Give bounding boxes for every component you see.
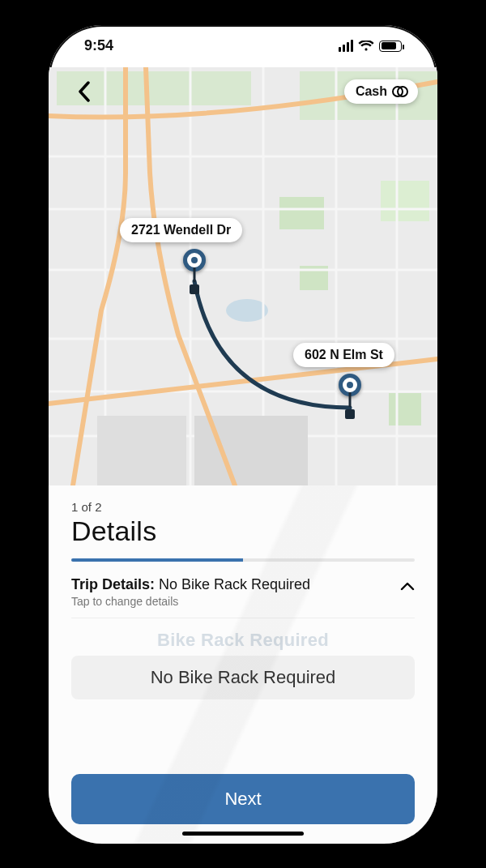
payment-method-pill[interactable]: Cash: [344, 79, 418, 104]
coins-icon: [392, 85, 408, 98]
picker-option-ghost[interactable]: Bike Rack Required: [71, 630, 415, 651]
map-tiles: [49, 67, 437, 485]
picker-option-selected[interactable]: No Bike Rack Required: [71, 656, 415, 699]
origin-pin[interactable]: [183, 249, 206, 272]
status-time: 9:54: [84, 37, 113, 54]
trip-details-subtext: Tap to change details: [71, 595, 310, 608]
next-button-label: Next: [224, 789, 261, 809]
destination-address-text: 602 N Elm St: [305, 348, 383, 361]
chevron-left-icon: [78, 81, 91, 102]
origin-address-text: 2721 Wendell Dr: [131, 223, 231, 237]
battery-icon: [379, 41, 402, 52]
svg-rect-6: [381, 181, 429, 221]
svg-rect-20: [97, 416, 186, 485]
map-view[interactable]: Cash 2721 Wendell Dr 602 N Elm St: [49, 67, 437, 485]
trip-details-row[interactable]: Trip Details: No Bike Rack Required Tap …: [71, 576, 415, 618]
wifi-icon: [358, 41, 374, 52]
bottom-sheet: 1 of 2 Details Trip Details: No Bike Rac…: [49, 485, 437, 844]
destination-address-bubble[interactable]: 602 N Elm St: [293, 343, 394, 367]
destination-endcap: [345, 409, 355, 419]
home-indicator[interactable]: [182, 832, 304, 836]
status-right-cluster: [339, 40, 402, 52]
trip-details-title: Trip Details: No Bike Rack Required: [71, 576, 310, 593]
back-button[interactable]: [68, 75, 100, 108]
step-counter: 1 of 2: [71, 500, 415, 514]
cellular-signal-icon: [339, 40, 353, 52]
payment-method-label: Cash: [356, 84, 387, 99]
sheet-title: Details: [71, 515, 415, 547]
trip-details-label: Trip Details:: [71, 576, 155, 592]
origin-address-bubble[interactable]: 2721 Wendell Dr: [120, 218, 242, 242]
progress-bar: [71, 558, 415, 562]
phone-frame: 9:54: [49, 25, 437, 844]
next-button[interactable]: Next: [71, 774, 415, 824]
status-bar: 9:54: [49, 25, 437, 67]
svg-rect-3: [279, 197, 324, 229]
destination-pin[interactable]: [339, 374, 361, 396]
bike-rack-picker[interactable]: Bike Rack Required No Bike Rack Required: [71, 625, 415, 704]
chevron-up-icon: [400, 581, 415, 591]
svg-point-7: [226, 299, 268, 322]
svg-rect-5: [389, 393, 421, 425]
trip-details-value: No Bike Rack Required: [159, 576, 310, 592]
origin-endcap: [190, 284, 199, 294]
